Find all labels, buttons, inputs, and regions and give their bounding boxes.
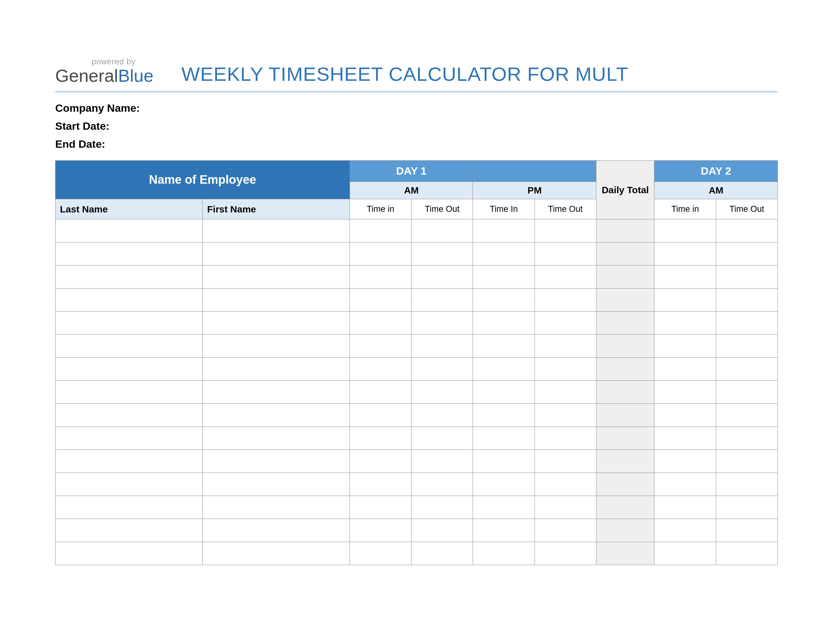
data-cell[interactable] xyxy=(473,266,534,288)
data-cell[interactable] xyxy=(473,242,534,266)
data-cell[interactable] xyxy=(56,219,203,242)
data-cell[interactable] xyxy=(654,381,716,404)
data-cell[interactable] xyxy=(473,288,534,312)
data-cell[interactable] xyxy=(716,404,777,427)
daily-total-cell[interactable] xyxy=(597,496,654,519)
data-cell[interactable] xyxy=(203,242,350,266)
data-cell[interactable] xyxy=(203,427,350,450)
data-cell[interactable] xyxy=(412,219,473,242)
data-cell[interactable] xyxy=(473,312,534,335)
data-cell[interactable] xyxy=(203,358,350,381)
data-cell[interactable] xyxy=(473,450,534,473)
data-cell[interactable] xyxy=(203,404,350,427)
data-cell[interactable] xyxy=(654,427,716,450)
data-cell[interactable] xyxy=(716,242,777,266)
daily-total-cell[interactable] xyxy=(597,242,654,266)
data-cell[interactable] xyxy=(56,242,203,266)
data-cell[interactable] xyxy=(350,242,411,266)
data-cell[interactable] xyxy=(350,473,411,496)
data-cell[interactable] xyxy=(350,427,411,450)
data-cell[interactable] xyxy=(654,473,716,496)
data-cell[interactable] xyxy=(534,404,596,427)
data-cell[interactable] xyxy=(534,335,596,358)
data-cell[interactable] xyxy=(716,288,777,312)
data-cell[interactable] xyxy=(203,450,350,473)
data-cell[interactable] xyxy=(56,381,203,404)
data-cell[interactable] xyxy=(56,450,203,473)
data-cell[interactable] xyxy=(716,427,777,450)
daily-total-cell[interactable] xyxy=(597,427,654,450)
data-cell[interactable] xyxy=(56,312,203,335)
data-cell[interactable] xyxy=(350,219,411,242)
data-cell[interactable] xyxy=(473,519,534,542)
data-cell[interactable] xyxy=(654,450,716,473)
data-cell[interactable] xyxy=(350,450,411,473)
data-cell[interactable] xyxy=(473,473,534,496)
data-cell[interactable] xyxy=(654,288,716,312)
data-cell[interactable] xyxy=(412,288,473,312)
data-cell[interactable] xyxy=(534,312,596,335)
data-cell[interactable] xyxy=(56,266,203,288)
data-cell[interactable] xyxy=(56,496,203,519)
data-cell[interactable] xyxy=(203,266,350,288)
data-cell[interactable] xyxy=(473,542,534,565)
data-cell[interactable] xyxy=(203,542,350,565)
data-cell[interactable] xyxy=(412,312,473,335)
data-cell[interactable] xyxy=(716,266,777,288)
daily-total-cell[interactable] xyxy=(597,358,654,381)
data-cell[interactable] xyxy=(203,473,350,496)
data-cell[interactable] xyxy=(716,542,777,565)
data-cell[interactable] xyxy=(534,288,596,312)
data-cell[interactable] xyxy=(654,335,716,358)
daily-total-cell[interactable] xyxy=(597,312,654,335)
data-cell[interactable] xyxy=(412,427,473,450)
data-cell[interactable] xyxy=(350,542,411,565)
data-cell[interactable] xyxy=(716,519,777,542)
data-cell[interactable] xyxy=(534,242,596,266)
data-cell[interactable] xyxy=(473,335,534,358)
data-cell[interactable] xyxy=(412,496,473,519)
data-cell[interactable] xyxy=(654,519,716,542)
data-cell[interactable] xyxy=(350,288,411,312)
data-cell[interactable] xyxy=(350,404,411,427)
data-cell[interactable] xyxy=(534,381,596,404)
data-cell[interactable] xyxy=(412,542,473,565)
data-cell[interactable] xyxy=(534,542,596,565)
data-cell[interactable] xyxy=(203,496,350,519)
data-cell[interactable] xyxy=(350,312,411,335)
data-cell[interactable] xyxy=(654,219,716,242)
data-cell[interactable] xyxy=(716,496,777,519)
data-cell[interactable] xyxy=(654,312,716,335)
data-cell[interactable] xyxy=(56,427,203,450)
data-cell[interactable] xyxy=(534,219,596,242)
data-cell[interactable] xyxy=(350,381,411,404)
data-cell[interactable] xyxy=(716,381,777,404)
data-cell[interactable] xyxy=(534,427,596,450)
data-cell[interactable] xyxy=(654,242,716,266)
data-cell[interactable] xyxy=(534,496,596,519)
data-cell[interactable] xyxy=(412,381,473,404)
data-cell[interactable] xyxy=(56,473,203,496)
daily-total-cell[interactable] xyxy=(597,473,654,496)
data-cell[interactable] xyxy=(412,266,473,288)
data-cell[interactable] xyxy=(350,496,411,519)
data-cell[interactable] xyxy=(412,519,473,542)
data-cell[interactable] xyxy=(56,404,203,427)
data-cell[interactable] xyxy=(350,266,411,288)
data-cell[interactable] xyxy=(534,358,596,381)
data-cell[interactable] xyxy=(350,335,411,358)
data-cell[interactable] xyxy=(716,219,777,242)
daily-total-cell[interactable] xyxy=(597,219,654,242)
daily-total-cell[interactable] xyxy=(597,335,654,358)
data-cell[interactable] xyxy=(203,335,350,358)
data-cell[interactable] xyxy=(716,450,777,473)
daily-total-cell[interactable] xyxy=(597,381,654,404)
data-cell[interactable] xyxy=(473,427,534,450)
data-cell[interactable] xyxy=(203,381,350,404)
data-cell[interactable] xyxy=(412,404,473,427)
data-cell[interactable] xyxy=(56,335,203,358)
data-cell[interactable] xyxy=(56,358,203,381)
data-cell[interactable] xyxy=(534,266,596,288)
data-cell[interactable] xyxy=(203,312,350,335)
daily-total-cell[interactable] xyxy=(597,542,654,565)
